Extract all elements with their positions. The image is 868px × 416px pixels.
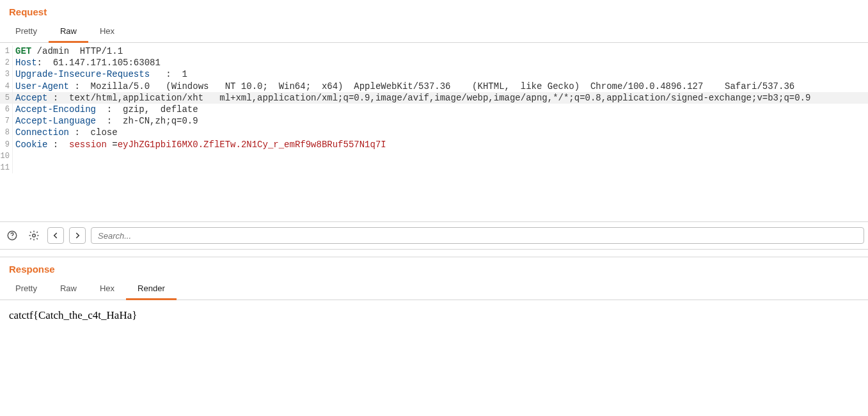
line-number: 5 (0, 92, 13, 104)
tab-hex[interactable]: Hex (88, 21, 126, 43)
code-token: Cookie (15, 139, 47, 150)
line-number: 3 (0, 68, 13, 80)
forward-arrow-icon[interactable] (69, 227, 86, 244)
code-token: : Mozilla/5.0 (Windows NT 10.0; Win64; x… (69, 81, 794, 92)
search-input[interactable] (91, 227, 864, 244)
line-number: 8 (0, 127, 13, 138)
response-rendered-body[interactable]: catctf{Catch_the_c4t_HaHa} (0, 300, 868, 390)
code-token: Accept-Encoding (15, 104, 96, 115)
code-token: : gzip, deflate (96, 104, 198, 115)
svg-point-2 (33, 234, 36, 237)
code-token: GET (15, 45, 31, 57)
request-raw-body[interactable]: 1GET /admin HTTP/1.12Host: 61.147.171.10… (0, 43, 868, 222)
code-line[interactable]: 10 (0, 150, 868, 162)
code-line[interactable]: 7Accept-Language : zh-CN,zh;q=0.9 (0, 115, 868, 127)
code-line[interactable]: 5Accept : text/html,application/xht ml+x… (0, 92, 868, 104)
response-tabs: Pretty Raw Hex Render (0, 278, 868, 300)
help-icon[interactable] (4, 227, 20, 244)
code-token: Connection (15, 127, 69, 138)
line-number: 6 (0, 104, 13, 115)
tab-pretty[interactable]: Pretty (4, 21, 49, 43)
line-number: 10 (0, 150, 13, 162)
svg-point-1 (12, 237, 12, 238)
code-token: eyJhZG1pbiI6MX0.ZflETw.2N1Cy_r_emRf9w8BR… (118, 139, 386, 150)
code-line[interactable]: 4User-Agent : Mozilla/5.0 (Windows NT 10… (0, 81, 868, 92)
search-toolbar (0, 222, 868, 250)
line-number: 1 (0, 45, 13, 57)
tab-resp-pretty[interactable]: Pretty (4, 278, 49, 300)
panel-divider[interactable] (0, 250, 868, 257)
line-number: 2 (0, 57, 13, 68)
code-token: : 61.147.171.105:63081 (37, 57, 161, 68)
code-token: = (107, 139, 118, 150)
code-line[interactable]: 2Host: 61.147.171.105:63081 (0, 57, 868, 68)
code-line[interactable]: 8Connection : close (0, 127, 868, 138)
code-token: : 1 (150, 68, 187, 80)
back-arrow-icon[interactable] (47, 227, 64, 244)
gear-icon[interactable] (26, 227, 42, 244)
request-tabs: Pretty Raw Hex (0, 21, 868, 43)
code-token: Accept (15, 92, 47, 104)
code-token: session (69, 139, 107, 150)
code-token: Accept-Language (15, 115, 96, 127)
code-token: User-Agent (15, 81, 69, 92)
code-line[interactable]: 9Cookie : session =eyJhZG1pbiI6MX0.ZflET… (0, 139, 868, 150)
code-token: : (47, 139, 69, 150)
tab-resp-raw[interactable]: Raw (49, 278, 88, 300)
code-line[interactable]: 11 (0, 162, 868, 173)
code-line[interactable]: 3Upgrade-Insecure-Requests : 1 (0, 68, 868, 80)
code-line[interactable]: 6Accept-Encoding : gzip, deflate (0, 104, 868, 115)
code-token: : close (69, 127, 118, 138)
code-line[interactable]: 1GET /admin HTTP/1.1 (0, 45, 868, 57)
code-token: /admin HTTP/1.1 (31, 45, 123, 57)
line-number: 7 (0, 115, 13, 127)
line-number: 11 (0, 162, 13, 173)
response-title: Response (0, 257, 868, 278)
tab-raw[interactable]: Raw (49, 21, 88, 43)
tab-resp-hex[interactable]: Hex (88, 278, 126, 300)
code-token (15, 162, 20, 173)
line-number: 4 (0, 81, 13, 92)
code-token: : zh-CN,zh;q=0.9 (96, 115, 198, 127)
code-token: Upgrade-Insecure-Requests (15, 68, 150, 80)
request-title: Request (0, 0, 868, 21)
tab-resp-render[interactable]: Render (126, 278, 177, 300)
line-number: 9 (0, 139, 13, 150)
code-token: Host (15, 57, 37, 68)
code-token: : text/html,application/xht ml+xml,appli… (47, 92, 810, 104)
code-token (15, 150, 20, 162)
